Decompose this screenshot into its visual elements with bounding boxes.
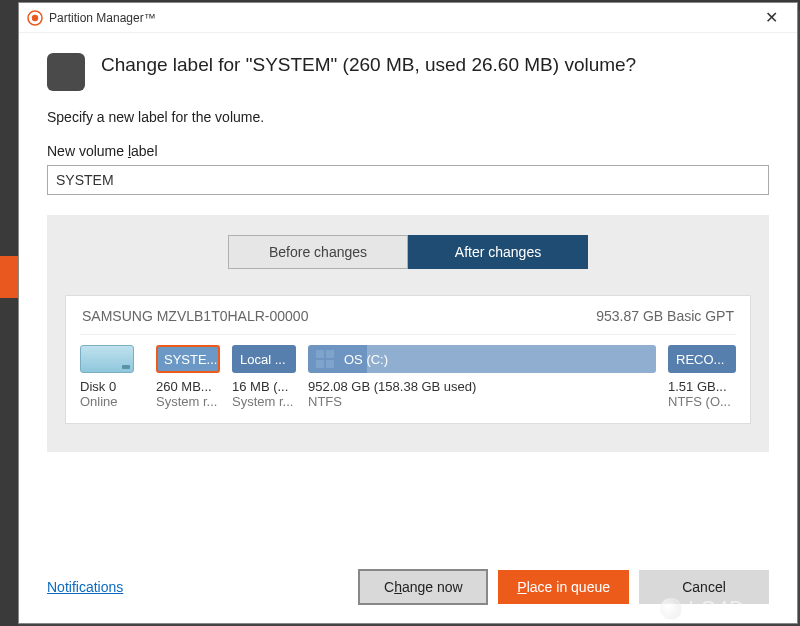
dialog-content: Change label for "SYSTEM" (260 MB, used …	[19, 33, 797, 551]
disk-summary: 953.87 GB Basic GPT	[596, 308, 734, 324]
volume-label-input[interactable]	[47, 165, 769, 195]
partition-recovery-block[interactable]: RECO...	[668, 345, 736, 373]
partition-os-type: NTFS	[308, 394, 656, 409]
background-sidebar	[0, 0, 18, 626]
disk-card: SAMSUNG MZVLB1T0HALR-00000 953.87 GB Bas…	[65, 295, 751, 424]
dialog-header: Change label for "SYSTEM" (260 MB, used …	[47, 53, 769, 91]
dialog-window: Partition Manager™ ✕ Change label for "S…	[18, 2, 798, 624]
notifications-link[interactable]: Notifications	[47, 579, 123, 595]
partition-system-block[interactable]: SYSTE...	[156, 345, 220, 373]
partition-local-type: System r...	[232, 394, 296, 409]
partition-system-size: 260 MB...	[156, 379, 220, 394]
place-in-queue-button[interactable]: Place in queue	[498, 570, 629, 604]
windows-icon	[316, 350, 334, 368]
volume-icon	[47, 53, 85, 91]
partition-recovery-type: NTFS (O...	[668, 394, 736, 409]
cancel-button[interactable]: Cancel	[639, 570, 769, 604]
svg-point-1	[32, 14, 38, 20]
window-title: Partition Manager™	[49, 11, 156, 25]
titlebar: Partition Manager™ ✕	[19, 3, 797, 33]
partition-local[interactable]: Local ... 16 MB (... System r...	[232, 345, 296, 409]
dialog-title: Change label for "SYSTEM" (260 MB, used …	[101, 53, 636, 78]
app-icon	[27, 10, 43, 26]
volume-label-caption: New volume label	[47, 143, 769, 159]
preview-panel: Before changes After changes SAMSUNG MZV…	[47, 215, 769, 452]
close-icon[interactable]: ✕	[751, 4, 791, 32]
disk-drive-icon	[80, 345, 134, 373]
dialog-footer: Notifications Change now Place in queue …	[19, 551, 797, 623]
partition-system[interactable]: SYSTE... 260 MB... System r...	[156, 345, 220, 409]
partition-os-block[interactable]: OS (C:)	[308, 345, 656, 373]
disk-model: SAMSUNG MZVLB1T0HALR-00000	[82, 308, 308, 324]
partition-recovery-size: 1.51 GB...	[668, 379, 736, 394]
tab-after-changes[interactable]: After changes	[408, 235, 588, 269]
instruction-text: Specify a new label for the volume.	[47, 109, 769, 125]
preview-tabs: Before changes After changes	[65, 235, 751, 269]
change-now-button[interactable]: Change now	[358, 569, 488, 605]
disk-header: SAMSUNG MZVLB1T0HALR-00000 953.87 GB Bas…	[80, 306, 736, 335]
disk-status: Online	[80, 394, 144, 409]
partition-system-type: System r...	[156, 394, 220, 409]
disk-index: Disk 0	[80, 379, 144, 394]
partition-local-size: 16 MB (...	[232, 379, 296, 394]
background-sidebar-accent	[0, 256, 18, 298]
partition-recovery[interactable]: RECO... 1.51 GB... NTFS (O...	[668, 345, 736, 409]
disk-column: Disk 0 Online	[80, 345, 144, 409]
tab-before-changes[interactable]: Before changes	[228, 235, 408, 269]
partition-row: Disk 0 Online SYSTE... 260 MB... System …	[80, 345, 736, 409]
partition-os[interactable]: OS (C:) 952.08 GB (158.38 GB used) NTFS	[308, 345, 656, 409]
partition-local-block[interactable]: Local ...	[232, 345, 296, 373]
partition-os-size: 952.08 GB (158.38 GB used)	[308, 379, 656, 394]
